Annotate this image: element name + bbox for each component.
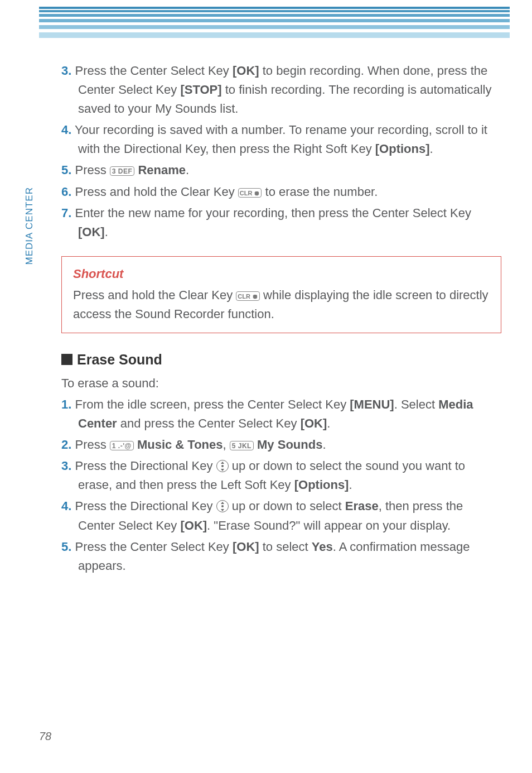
step-text: to erase the number. [262, 185, 378, 199]
step-5: 5. Press 3 DEF Rename. [61, 161, 501, 180]
step-text: Press [75, 163, 109, 177]
key-5-icon: 5 JKL [230, 441, 254, 450]
key-label: Rename [138, 163, 186, 177]
key-3-icon: 3 DEF [110, 166, 135, 176]
step-text: . [349, 478, 352, 492]
shortcut-pre: Press and hold the Clear Key [73, 288, 236, 302]
step-text: . [430, 142, 433, 156]
erase-step-1: 1. From the idle screen, press the Cente… [61, 395, 501, 433]
step-text: Press the Center Select Key [75, 540, 232, 554]
step-text: . [186, 163, 189, 177]
shortcut-title: Shortcut [73, 265, 490, 284]
step-text: and press the Center Select Key [117, 416, 301, 430]
step-number: 6. [61, 185, 71, 199]
step-text: . "Erase Sound?" will appear on your dis… [207, 518, 451, 532]
erase-step-2: 2. Press 1 .-'@ Music & Tones, 5 JKL My … [61, 435, 501, 454]
step-text: Press the Center Select Key [75, 64, 232, 78]
directional-key-icon [216, 500, 229, 512]
erase-step-5: 5. Press the Center Select Key [OK] to s… [61, 537, 501, 575]
key-label: [OK] [301, 416, 327, 430]
key-label: My Sounds [257, 438, 322, 452]
step-text: . [327, 416, 330, 430]
key-label: [MENU] [350, 397, 394, 411]
step-text: Press the Directional Key [75, 499, 216, 513]
page-content: 3. Press the Center Select Key [OK] to b… [61, 61, 501, 578]
section-heading: Erase Sound [61, 349, 501, 371]
page-number: 78 [39, 728, 51, 745]
key-label: [Options] [375, 142, 430, 156]
key-label: [STOP] [180, 83, 221, 97]
step-text: . [322, 438, 326, 452]
shortcut-text: Press and hold the Clear Key CLR ⏺ while… [73, 286, 490, 324]
step-text: Press [75, 438, 109, 452]
step-text: . Select [394, 397, 438, 411]
section-intro: To erase a sound: [61, 374, 501, 393]
step-number: 4. [61, 499, 71, 513]
key-label: [OK] [180, 518, 207, 532]
step-text: From the idle screen, press the Center S… [75, 397, 350, 411]
clr-key-icon: CLR ⏺ [238, 188, 262, 198]
step-number: 5. [61, 163, 71, 177]
step-number: 7. [61, 206, 71, 220]
step-3: 3. Press the Center Select Key [OK] to b… [61, 61, 501, 118]
key-label: [OK] [78, 225, 105, 239]
step-text: , [223, 438, 230, 452]
erase-step-3: 3. Press the Directional Key up or down … [61, 457, 501, 494]
step-number: 2. [61, 438, 71, 452]
key-label: Erase [345, 499, 379, 513]
directional-key-icon [216, 460, 229, 472]
step-number: 5. [61, 540, 71, 554]
erase-step-4: 4. Press the Directional Key up or down … [61, 497, 501, 535]
step-text: Press and hold the Clear Key [75, 185, 238, 199]
step-text: to select [259, 540, 312, 554]
step-number: 3. [61, 64, 71, 78]
side-tab-label: MEDIA CENTER [22, 187, 37, 265]
clr-key-icon: CLR ⏺ [236, 291, 260, 301]
step-4: 4. Your recording is saved with a number… [61, 121, 501, 159]
key-label: [OK] [233, 540, 259, 554]
step-number: 4. [61, 123, 71, 137]
step-text: up or down to select [229, 499, 345, 513]
square-bullet-icon [61, 354, 72, 365]
header-banner [39, 7, 510, 38]
step-6: 6. Press and hold the Clear Key CLR ⏺ to… [61, 183, 501, 201]
shortcut-box: Shortcut Press and hold the Clear Key CL… [61, 256, 501, 333]
section-title: Erase Sound [77, 352, 162, 367]
step-7: 7. Enter the new name for your recording… [61, 204, 501, 242]
key-label: [OK] [233, 64, 259, 78]
step-number: 1. [61, 397, 71, 411]
step-text: . [105, 225, 108, 239]
key-label: Yes [312, 540, 333, 554]
key-1-icon: 1 .-'@ [110, 441, 134, 450]
step-text: Enter the new name for your recording, t… [75, 206, 471, 220]
step-text: Press the Directional Key [75, 459, 216, 473]
key-label: [Options] [294, 478, 349, 492]
step-number: 3. [61, 459, 71, 473]
key-label: Music & Tones [137, 438, 223, 452]
